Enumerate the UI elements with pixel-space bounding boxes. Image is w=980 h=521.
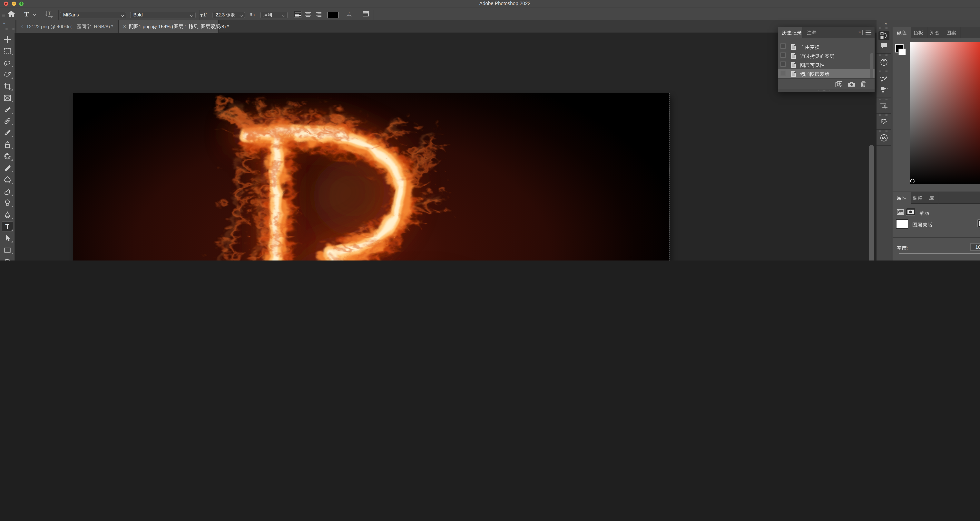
svg-text:T: T	[347, 11, 351, 16]
svg-text:T: T	[48, 11, 51, 16]
svg-text:T: T	[5, 223, 10, 230]
